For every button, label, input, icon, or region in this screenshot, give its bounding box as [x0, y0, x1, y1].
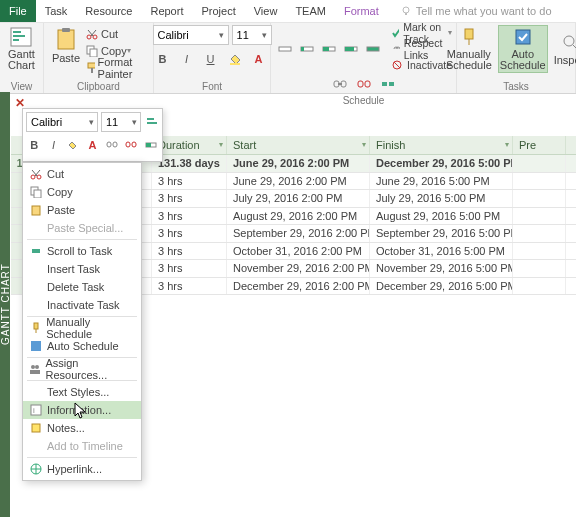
tab-resource[interactable]: Resource [76, 0, 141, 22]
cell-start[interactable]: June 29, 2016 2:00 PM [227, 173, 370, 190]
format-painter-button[interactable]: Format Painter [86, 59, 149, 76]
mini-font-combo[interactable]: ▾ [26, 112, 98, 132]
cell-pre[interactable] [513, 243, 566, 260]
mini-bold[interactable]: B [26, 135, 42, 155]
ctx-label: Scroll to Task [47, 245, 112, 257]
ctx-inactivate-task[interactable]: Inactivate Task [23, 296, 141, 314]
pct100-button[interactable] [363, 39, 383, 59]
auto-schedule-button[interactable]: Auto Schedule [498, 25, 548, 73]
cell-duration[interactable]: 3 hrs [152, 260, 227, 277]
cell-start[interactable]: August 29, 2016 2:00 PM [227, 208, 370, 225]
tell-me[interactable]: Tell me what you want to do [400, 5, 552, 17]
ctx-scroll-to-task[interactable]: Scroll to Task [23, 242, 141, 260]
cell-finish[interactable]: December 29, 2016 5:00 PM [370, 155, 513, 172]
tab-view[interactable]: View [245, 0, 287, 22]
ctx-notes[interactable]: Notes... [23, 419, 141, 437]
cell-start[interactable]: October 31, 2016 2:00 PM [227, 243, 370, 260]
tab-file[interactable]: File [0, 0, 36, 22]
ctx-text-styles[interactable]: Text Styles... [23, 383, 141, 401]
cell-duration[interactable]: 131.38 days [152, 155, 227, 172]
ctx-manually-schedule[interactable]: Manually Schedule [23, 319, 141, 337]
cell-duration[interactable]: 3 hrs [152, 173, 227, 190]
ctx-delete-task[interactable]: Delete Task [23, 278, 141, 296]
mini-size-input[interactable] [102, 114, 128, 130]
mini-fontcolor[interactable]: A [84, 135, 100, 155]
check-flag-icon [391, 27, 399, 39]
pct50-button[interactable] [319, 39, 339, 59]
fill-color-button[interactable] [225, 49, 245, 69]
unlink-tasks-button[interactable] [354, 74, 374, 94]
underline-button[interactable]: U [201, 49, 221, 69]
ctx-copy[interactable]: Copy [23, 183, 141, 201]
ctx-cut[interactable]: Cut [23, 165, 141, 183]
cell-pre[interactable] [513, 173, 566, 190]
ctx-assign-resources[interactable]: Assign Resources... [23, 360, 141, 378]
sidebar-gantt-chart[interactable]: GANTT CHART [0, 92, 10, 517]
cell-duration[interactable]: 3 hrs [152, 225, 227, 242]
cell-pre[interactable] [513, 278, 566, 295]
mini-link[interactable] [104, 135, 120, 155]
pct0-button[interactable] [275, 39, 295, 59]
cut-button[interactable]: Cut [86, 25, 149, 42]
col-duration[interactable]: Duration▾ [152, 136, 227, 154]
paste-button[interactable]: Paste [48, 25, 84, 66]
col-start[interactable]: Start▾ [227, 136, 370, 154]
mini-fill[interactable] [65, 135, 81, 155]
cell-duration[interactable]: 3 hrs [152, 190, 227, 207]
font-size-combo[interactable]: ▾ [232, 25, 272, 45]
font-color-button[interactable]: A [249, 49, 269, 69]
manually-schedule-button[interactable]: Manually Schedule [442, 25, 496, 73]
mini-font-input[interactable] [27, 114, 85, 130]
tell-me-label: Tell me what you want to do [416, 5, 552, 17]
pct75-button[interactable] [341, 39, 361, 59]
cell-start[interactable]: September 29, 2016 2:00 PM [227, 225, 370, 242]
cell-finish[interactable]: October 31, 2016 5:00 PM [370, 243, 513, 260]
ctx-information[interactable]: iInformation... [23, 401, 141, 419]
cell-duration[interactable]: 3 hrs [152, 278, 227, 295]
cell-pre[interactable] [513, 155, 566, 172]
cell-finish[interactable]: November 29, 2016 5:00 PM [370, 260, 513, 277]
ctx-paste[interactable]: Paste [23, 201, 141, 219]
cell-start[interactable]: June 29, 2016 2:00 PM [227, 155, 370, 172]
cell-finish[interactable]: December 29, 2016 5:00 PM [370, 278, 513, 295]
mini-size-combo[interactable]: ▾ [101, 112, 141, 132]
mini-pct[interactable] [143, 135, 159, 155]
split-task-button[interactable] [378, 74, 398, 94]
tab-team[interactable]: TEAM [286, 0, 335, 22]
cell-pre[interactable] [513, 190, 566, 207]
cell-start[interactable]: July 29, 2016 2:00 PM [227, 190, 370, 207]
cell-pre[interactable] [513, 208, 566, 225]
cell-pre[interactable] [513, 260, 566, 277]
cell-start[interactable]: November 29, 2016 2:00 PM [227, 260, 370, 277]
mini-italic[interactable]: I [45, 135, 61, 155]
cell-duration[interactable]: 3 hrs [152, 243, 227, 260]
link-tasks-button[interactable] [330, 74, 350, 94]
cell-pre[interactable] [513, 225, 566, 242]
cell-duration[interactable]: 3 hrs [152, 208, 227, 225]
italic-button[interactable]: I [177, 49, 197, 69]
tab-project[interactable]: Project [192, 0, 244, 22]
font-name-input[interactable] [154, 27, 216, 43]
inspect-button[interactable]: Inspec [550, 25, 576, 73]
ctx-insert-task[interactable]: Insert Task [23, 260, 141, 278]
cell-finish[interactable]: July 29, 2016 5:00 PM [370, 190, 513, 207]
tab-task[interactable]: Task [36, 0, 77, 22]
cell-finish[interactable]: June 29, 2016 5:00 PM [370, 173, 513, 190]
group-font-label: Font [202, 81, 222, 92]
bold-button[interactable]: B [153, 49, 173, 69]
col-finish[interactable]: Finish▾ [370, 136, 513, 154]
tab-report[interactable]: Report [141, 0, 192, 22]
mini-unlink[interactable] [123, 135, 139, 155]
tab-format[interactable]: Format [335, 0, 388, 22]
ctx-label: Text Styles... [47, 386, 109, 398]
font-size-input[interactable] [233, 27, 259, 43]
col-predecessors[interactable]: Pre [513, 136, 566, 154]
gantt-chart-button[interactable]: Gantt Chart [4, 25, 39, 73]
pct25-button[interactable] [297, 39, 317, 59]
mini-extra-button[interactable] [144, 112, 159, 132]
ctx-hyperlink[interactable]: Hyperlink... [23, 460, 141, 478]
cell-finish[interactable]: August 29, 2016 5:00 PM [370, 208, 513, 225]
font-name-combo[interactable]: ▾ [153, 25, 229, 45]
cell-finish[interactable]: September 29, 2016 5:00 PM [370, 225, 513, 242]
cell-start[interactable]: December 29, 2016 2:00 PM [227, 278, 370, 295]
